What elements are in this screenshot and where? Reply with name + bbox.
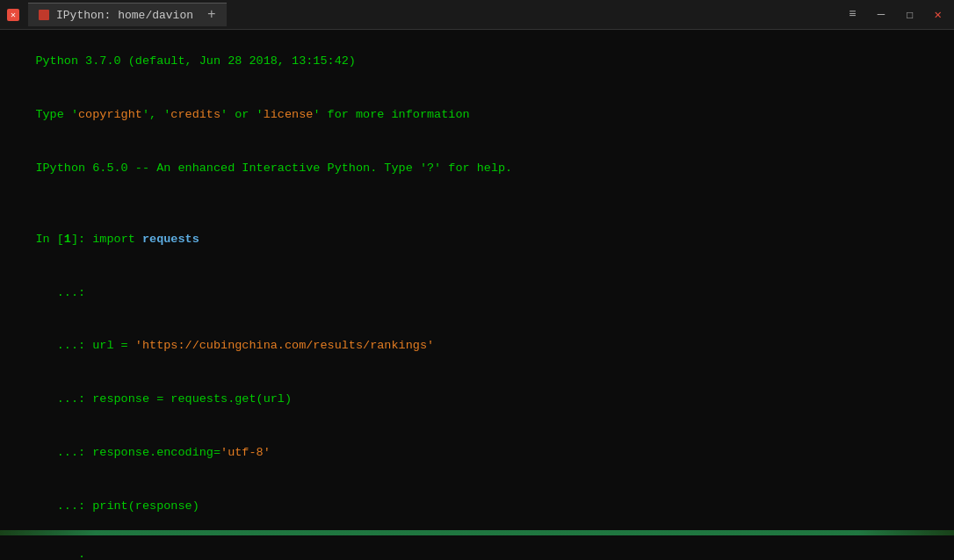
cont-prompt-2: ...: [35,339,92,352]
ipython-version-text: IPython 6.5.0 -- An enhanced Interactive… [35,162,512,175]
cont-prompt: ...: [35,286,92,299]
close-button[interactable]: ✕ [7,9,19,21]
blank-line-1 [7,195,947,212]
hamburger-button[interactable]: ≡ [843,5,861,24]
cont-prompt-3: ...: [35,392,92,406]
terminal[interactable]: Python 3.7.0 (default, Jun 28 2018, 13:1… [0,30,954,560]
restore-button[interactable]: ☐ [900,5,918,24]
cont-line-3: ...: response = requests.get(url) [7,373,947,427]
python-version-line: Python 3.7.0 (default, Jun 28 2018, 13:1… [7,35,947,89]
cont-line-6: ...: [7,533,947,560]
credits-text: ', ' [142,108,170,121]
tab-label: IPython: home/davion [56,9,193,22]
more-info-text: ' for more information [313,108,469,121]
close-window-button[interactable]: ✕ [929,5,947,24]
cont-line-4: ...: response.encoding='utf-8' [7,427,947,480]
ipython-version-line: IPython 6.5.0 -- An enhanced Interactive… [7,142,947,196]
in1-prompt: In [ [35,233,63,246]
or-text: ' or ' [220,108,264,121]
in1-bracket: ]: [71,233,92,246]
new-tab-button[interactable]: + [207,7,216,23]
type-copyright-line: Type 'copyright', 'credits' or 'license'… [7,89,947,142]
cont-line-5: ...: print(response) [7,479,947,533]
cont-prompt-5: ...: [35,499,92,513]
cont-line-2: ...: url = 'https://cubingchina.com/resu… [7,319,947,373]
cont-prompt-6: ...: [35,552,85,560]
scrollbar-area[interactable] [0,530,954,535]
scrollbar-thumb [0,530,954,535]
window-controls: ≡ — ☐ ✕ [843,5,947,24]
cont-prompt-4: ...: [35,446,92,459]
titlebar: ✕ IPython: home/davion + ≡ — ☐ ✕ [0,0,954,30]
tab[interactable]: IPython: home/davion + [28,3,227,26]
cont-line-1: ...: [7,266,947,319]
minimize-button[interactable]: — [872,5,890,24]
python-version-text: Python 3.7.0 (default, Jun 28 2018, 13:1… [35,54,356,68]
in1-line: In [1]: import requests [7,213,947,267]
type-text: Type ' [35,108,78,121]
